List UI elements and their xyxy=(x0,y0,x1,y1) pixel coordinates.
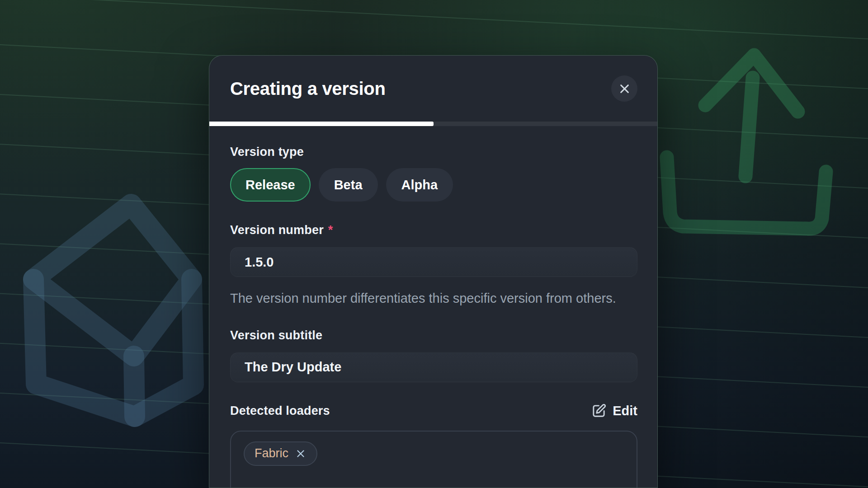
required-asterisk: * xyxy=(328,223,333,237)
edit-label: Edit xyxy=(613,404,637,418)
version-type-alpha-button[interactable]: Alpha xyxy=(386,168,453,202)
version-type-label: Version type xyxy=(230,145,637,159)
detected-loaders-label: Detected loaders xyxy=(230,404,330,418)
page-title: Creating a version xyxy=(230,79,386,99)
create-version-modal: Creating a version Version type Release … xyxy=(209,55,658,488)
version-type-beta-button[interactable]: Beta xyxy=(319,168,378,202)
detected-loaders-box: Fabric xyxy=(230,431,637,488)
page-background: { "modal": { "title": "Creating a versio… xyxy=(0,0,868,488)
version-subtitle-label: Version subtitle xyxy=(230,328,637,343)
version-number-help: The version number differentiates this s… xyxy=(230,289,619,309)
remove-x-icon xyxy=(295,448,307,460)
version-number-input[interactable] xyxy=(230,247,637,277)
version-subtitle-input[interactable] xyxy=(230,352,637,382)
version-number-label: Version number xyxy=(230,223,324,237)
loader-chip-fabric: Fabric xyxy=(244,441,317,466)
version-type-release-button[interactable]: Release xyxy=(230,168,311,202)
edit-loaders-button[interactable]: Edit xyxy=(591,403,637,419)
box-icon xyxy=(33,204,193,417)
loader-chip-label: Fabric xyxy=(255,446,288,460)
modal-header: Creating a version xyxy=(209,56,657,122)
edit-pencil-icon xyxy=(591,403,607,419)
progress-fill xyxy=(209,122,434,126)
close-button[interactable] xyxy=(611,75,637,102)
upload-arrow-icon xyxy=(667,55,826,229)
progress-bar xyxy=(209,122,657,126)
version-type-options: Release Beta Alpha xyxy=(230,168,637,202)
close-icon xyxy=(618,83,631,95)
modal-body: Version type Release Beta Alpha Version … xyxy=(209,126,657,488)
chip-remove-button[interactable] xyxy=(295,448,307,460)
